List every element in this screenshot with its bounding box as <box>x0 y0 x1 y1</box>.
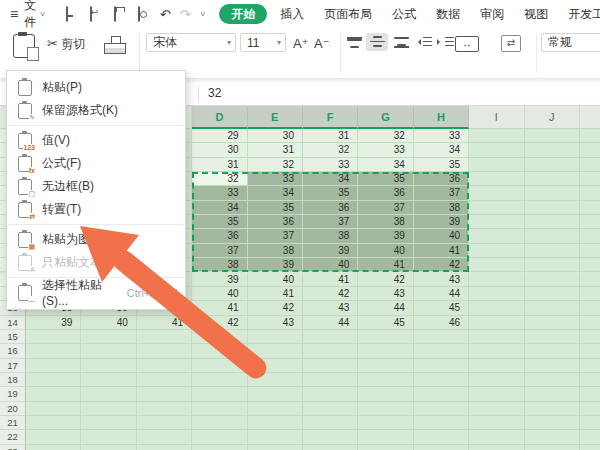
cell-K8[interactable] <box>580 229 600 243</box>
cell-J17[interactable] <box>525 359 580 373</box>
cell-I2[interactable] <box>469 143 524 157</box>
cell-J4[interactable] <box>525 172 580 186</box>
cell-F18[interactable] <box>303 373 358 387</box>
cell-G12[interactable]: 43 <box>358 287 413 301</box>
cell-E15[interactable] <box>248 330 303 344</box>
decrease-font-icon[interactable]: A⁻ <box>314 36 330 51</box>
cell-F19[interactable] <box>303 387 358 401</box>
cell-A15[interactable] <box>26 330 81 344</box>
tab-item[interactable]: 开发工具 <box>561 4 600 24</box>
row-number[interactable]: 20 <box>0 402 26 416</box>
cell-J20[interactable] <box>525 402 580 416</box>
cell-G13[interactable]: 44 <box>358 301 413 315</box>
menu-item-formulas[interactable]: fx 公式(F) <box>7 152 185 175</box>
cell-E22[interactable] <box>248 430 303 444</box>
cell-E12[interactable]: 41 <box>248 287 303 301</box>
cell-E17[interactable] <box>248 359 303 373</box>
tab-item[interactable]: 视图 <box>517 4 555 24</box>
cell-I7[interactable] <box>469 215 524 229</box>
hamburger-icon[interactable]: ≡ <box>10 6 18 22</box>
cell-H9[interactable]: 41 <box>414 244 469 258</box>
cell-D2[interactable]: 30 <box>192 143 247 157</box>
row-number[interactable]: 16 <box>0 344 26 358</box>
increase-indent-icon[interactable] <box>437 36 454 47</box>
cell-D13[interactable]: 41 <box>192 301 247 315</box>
cell-E4[interactable]: 33 <box>248 172 303 186</box>
paste-icon[interactable] <box>13 34 35 58</box>
cell-E6[interactable]: 35 <box>248 201 303 215</box>
cell-D15[interactable] <box>192 330 247 344</box>
print-preview-icon[interactable] <box>136 7 151 22</box>
cell-G6[interactable]: 37 <box>358 201 413 215</box>
cell-F11[interactable]: 41 <box>303 273 358 287</box>
cell-C14[interactable]: 41 <box>137 316 192 330</box>
cell-J21[interactable] <box>525 416 580 430</box>
align-bottom-icon[interactable] <box>394 37 409 48</box>
cell-F4[interactable]: 34 <box>303 172 358 186</box>
cell-F14[interactable]: 44 <box>303 316 358 330</box>
cell-H6[interactable]: 38 <box>414 201 469 215</box>
cell-J14[interactable] <box>525 316 580 330</box>
cell-J9[interactable] <box>525 244 580 258</box>
cell-K13[interactable] <box>580 301 600 315</box>
cell-E21[interactable] <box>248 416 303 430</box>
export-pdf-icon[interactable] <box>88 7 103 22</box>
cell-I6[interactable] <box>469 201 524 215</box>
cell-F6[interactable]: 36 <box>303 201 358 215</box>
cell-A19[interactable] <box>26 387 81 401</box>
cell-B22[interactable] <box>81 430 136 444</box>
cell-H7[interactable]: 39 <box>414 215 469 229</box>
cell-H13[interactable]: 45 <box>414 301 469 315</box>
tab-item[interactable]: 审阅 <box>473 4 511 24</box>
cell-B20[interactable] <box>81 402 136 416</box>
cell-G19[interactable] <box>358 387 413 401</box>
cell-J18[interactable] <box>525 373 580 387</box>
cell-E18[interactable] <box>248 373 303 387</box>
save-icon[interactable] <box>64 7 79 22</box>
cell-F16[interactable] <box>303 344 358 358</box>
cell-D21[interactable] <box>192 416 247 430</box>
number-format-select[interactable]: 常规 <box>541 33 600 52</box>
column-header-H[interactable]: H <box>414 106 469 129</box>
file-menu-button[interactable]: 文件 ∨ <box>24 0 46 31</box>
cell-J8[interactable] <box>525 229 580 243</box>
align-top-icon[interactable] <box>347 37 362 48</box>
cell-A21[interactable] <box>26 416 81 430</box>
cell-D9[interactable]: 37 <box>192 244 247 258</box>
cell-H16[interactable] <box>414 344 469 358</box>
cell-B21[interactable] <box>81 416 136 430</box>
cell-K19[interactable] <box>580 387 600 401</box>
cell-D22[interactable] <box>192 430 247 444</box>
cell-H12[interactable]: 44 <box>414 287 469 301</box>
cell-A23[interactable] <box>26 445 81 450</box>
cell-K7[interactable] <box>580 215 600 229</box>
menu-item-paste-special[interactable]: … 选择性粘贴(S)... Ctrl+Alt+V <box>7 281 185 304</box>
cell-K17[interactable] <box>580 359 600 373</box>
font-name-select[interactable]: 宋体▾ <box>146 33 236 52</box>
cell-K20[interactable] <box>580 402 600 416</box>
cell-F9[interactable]: 39 <box>303 244 358 258</box>
cell-A18[interactable] <box>26 373 81 387</box>
cell-E8[interactable]: 37 <box>248 229 303 243</box>
cell-B18[interactable] <box>81 373 136 387</box>
cell-F12[interactable]: 42 <box>303 287 358 301</box>
cell-J19[interactable] <box>525 387 580 401</box>
cell-H17[interactable] <box>414 359 469 373</box>
cell-H10[interactable]: 42 <box>414 258 469 272</box>
cell-D20[interactable] <box>192 402 247 416</box>
cell-H18[interactable] <box>414 373 469 387</box>
cell-I3[interactable] <box>469 158 524 172</box>
font-size-select[interactable]: 11▾ <box>240 33 286 52</box>
cell-A17[interactable] <box>26 359 81 373</box>
cell-H14[interactable]: 46 <box>414 316 469 330</box>
cell-K18[interactable] <box>580 373 600 387</box>
cell-J2[interactable] <box>525 143 580 157</box>
cell-C19[interactable] <box>137 387 192 401</box>
align-middle-icon[interactable] <box>370 36 385 47</box>
menu-item-keep-source-format[interactable]: ✎ 保留源格式(K) <box>7 99 185 122</box>
cell-B23[interactable] <box>81 445 136 450</box>
cut-button[interactable]: ✂ 剪切 <box>47 36 85 53</box>
cell-K3[interactable] <box>580 158 600 172</box>
cell-G15[interactable] <box>358 330 413 344</box>
row-number[interactable]: 19 <box>0 387 26 401</box>
